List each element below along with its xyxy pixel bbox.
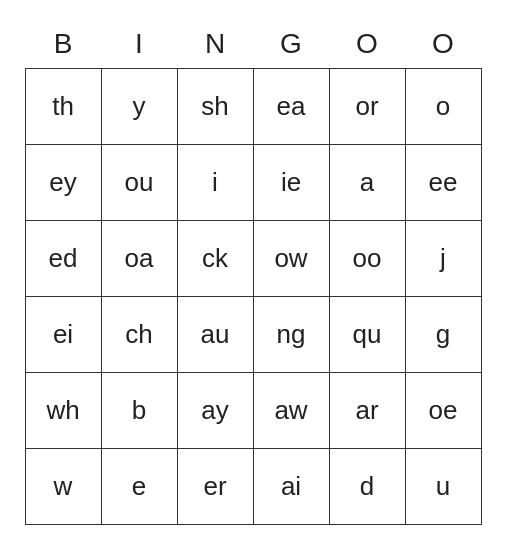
cell-r1-c4: a: [329, 145, 405, 221]
cell-r4-c3: aw: [253, 373, 329, 449]
header-row: BINGOO: [25, 19, 481, 69]
cell-r0-c4: or: [329, 69, 405, 145]
cell-r1-c2: i: [177, 145, 253, 221]
cell-r5-c3: ai: [253, 449, 329, 525]
header-col-i-1: I: [101, 19, 177, 69]
cell-r1-c3: ie: [253, 145, 329, 221]
table-row: thysheaoro: [25, 69, 481, 145]
cell-r4-c5: oe: [405, 373, 481, 449]
cell-r0-c5: o: [405, 69, 481, 145]
table-row: whbayawaroe: [25, 373, 481, 449]
cell-r5-c0: w: [25, 449, 101, 525]
cell-r4-c4: ar: [329, 373, 405, 449]
table-row: weeraidu: [25, 449, 481, 525]
cell-r3-c3: ng: [253, 297, 329, 373]
table-row: eyouiieaee: [25, 145, 481, 221]
bingo-card: BINGOO thysheaoroeyouiieaeeedoackowoojei…: [25, 19, 482, 526]
table-row: eichaungqug: [25, 297, 481, 373]
cell-r3-c5: g: [405, 297, 481, 373]
header-col-o-5: O: [405, 19, 481, 69]
cell-r3-c2: au: [177, 297, 253, 373]
cell-r1-c0: ey: [25, 145, 101, 221]
cell-r0-c3: ea: [253, 69, 329, 145]
cell-r4-c1: b: [101, 373, 177, 449]
cell-r5-c5: u: [405, 449, 481, 525]
cell-r2-c3: ow: [253, 221, 329, 297]
cell-r5-c2: er: [177, 449, 253, 525]
cell-r2-c1: oa: [101, 221, 177, 297]
cell-r2-c0: ed: [25, 221, 101, 297]
cell-r5-c1: e: [101, 449, 177, 525]
cell-r0-c0: th: [25, 69, 101, 145]
cell-r1-c5: ee: [405, 145, 481, 221]
bingo-table: BINGOO thysheaoroeyouiieaeeedoackowoojei…: [25, 19, 482, 526]
header-col-g-3: G: [253, 19, 329, 69]
cell-r4-c2: ay: [177, 373, 253, 449]
header-col-o-4: O: [329, 19, 405, 69]
cell-r3-c0: ei: [25, 297, 101, 373]
cell-r2-c4: oo: [329, 221, 405, 297]
cell-r3-c4: qu: [329, 297, 405, 373]
cell-r5-c4: d: [329, 449, 405, 525]
header-col-n-2: N: [177, 19, 253, 69]
table-row: edoackowooj: [25, 221, 481, 297]
cell-r2-c2: ck: [177, 221, 253, 297]
cell-r1-c1: ou: [101, 145, 177, 221]
header-col-b-0: B: [25, 19, 101, 69]
cell-r0-c2: sh: [177, 69, 253, 145]
cell-r3-c1: ch: [101, 297, 177, 373]
cell-r4-c0: wh: [25, 373, 101, 449]
cell-r0-c1: y: [101, 69, 177, 145]
cell-r2-c5: j: [405, 221, 481, 297]
